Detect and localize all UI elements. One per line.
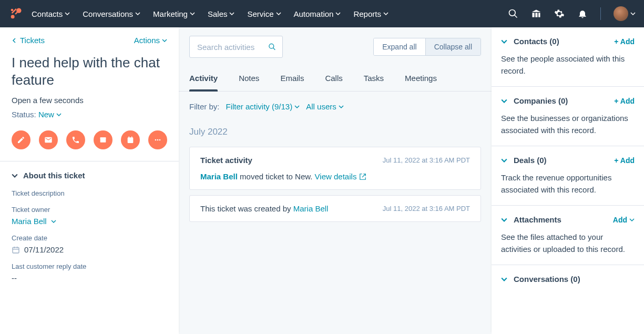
divider [600,7,601,20]
section-toggle[interactable]: Conversations (0) [501,275,580,284]
search-icon [268,42,276,52]
section-header: Conversations (0) [501,275,635,284]
status-dropdown[interactable]: New [38,110,62,119]
nav-conversations[interactable]: Conversations [83,9,140,18]
card-time: Jul 11, 2022 at 3:16 AM PDT [383,156,470,164]
main: Tickets Actions I need help with the cha… [0,27,644,334]
log-button[interactable] [94,130,113,149]
svg-rect-13 [129,136,129,138]
chevron-down-icon [51,219,56,224]
tab-meetings[interactable]: Meetings [405,68,437,91]
chevron-down-icon [629,217,635,222]
email-button[interactable] [39,130,58,149]
actions-button[interactable]: Actions [134,36,167,45]
field-create-date: Create date 07/11/2022 [12,234,167,254]
nav-label: Reports [353,9,381,18]
section-toggle[interactable]: Companies (0) [501,96,568,105]
svg-rect-8 [535,13,537,17]
call-button[interactable] [66,130,85,149]
section-body: See the people associated with this reco… [501,53,635,77]
user-link[interactable]: Maria Bell [200,172,238,181]
tab-calls[interactable]: Calls [325,68,342,91]
svg-rect-11 [100,137,106,139]
section-body: See the businesses or organizations asso… [501,113,635,136]
svg-rect-14 [131,136,132,138]
owner-dropdown[interactable]: Maria Bell [12,217,167,226]
card-top: Ticket activity Jul 11, 2022 at 3:16 AM … [200,156,470,165]
filter-activity-dropdown[interactable]: Filter activity (9/13) [226,102,300,111]
note-button[interactable] [12,130,30,149]
add-attachment-button[interactable]: Add [613,216,635,224]
svg-rect-18 [13,247,19,253]
bell-icon[interactable] [577,8,588,19]
filter-label: Filter by: [189,102,220,111]
tab-notes[interactable]: Notes [239,68,259,91]
search-activities[interactable] [189,36,283,58]
field-owner: Ticket owner Maria Bell [12,206,167,226]
section-header: Attachments Add [501,215,635,224]
nav-service[interactable]: Service [247,9,281,18]
chevron-down-icon [501,98,507,104]
chevron-down-icon [65,11,70,16]
tab-activity[interactable]: Activity [189,68,218,91]
filter-users-text: All users [306,102,336,111]
chevron-down-icon [162,38,167,43]
marketplace-icon[interactable] [531,8,541,19]
status-line: Status: New [12,110,167,119]
owner-value: Maria Bell [12,217,47,226]
back-tickets-link[interactable]: Tickets [12,36,45,45]
section-toggle[interactable]: Attachments [501,215,561,224]
collapse-all-button[interactable]: Collapse all [425,38,481,55]
section-toggle[interactable]: Deals (0) [501,156,547,165]
chevron-down-icon [294,104,300,109]
add-contact-button[interactable]: + Add [614,37,635,46]
section-deals: Deals (0) + Add Track the revenue opport… [492,146,644,206]
chevron-down-icon [229,11,234,16]
nav-contacts[interactable]: Contacts [32,9,70,18]
expand-all-button[interactable]: Expand all [374,38,425,55]
ticket-title: I need help with the chat feature [12,54,167,88]
gear-icon[interactable] [554,8,565,19]
tab-tasks[interactable]: Tasks [364,68,384,91]
filter-users-dropdown[interactable]: All users [306,102,344,111]
status-value: New [38,110,54,119]
nav-automation[interactable]: Automation [294,9,341,18]
user-link[interactable]: Maria Bell [293,204,329,213]
chevron-down-icon [339,104,344,109]
card-body: Maria Bell moved ticket to New. View det… [200,172,470,181]
left-panel: Tickets Actions I need help with the cha… [0,27,179,334]
hubspot-logo[interactable] [8,6,23,21]
section-attachments: Attachments Add See the files attached t… [492,206,644,265]
search-input[interactable] [196,42,264,52]
more-button[interactable] [148,130,167,149]
add-company-button[interactable]: + Add [614,97,635,105]
nav-label: Marketing [153,9,188,18]
nav-label: Service [247,9,273,18]
about-ticket-title: About this ticket [23,171,85,180]
add-deal-button[interactable]: + Add [614,156,635,165]
status-label: Status: [12,110,36,119]
chevron-left-icon [12,38,17,43]
section-title: Deals (0) [514,156,547,165]
search-icon[interactable] [508,8,518,19]
nav-sales[interactable]: Sales [208,9,235,18]
tab-emails[interactable]: Emails [280,68,304,91]
left-top-row: Tickets Actions [12,36,167,45]
actions-label: Actions [134,36,160,45]
nav-marketing[interactable]: Marketing [153,9,195,18]
svg-line-23 [273,48,275,50]
section-title: Attachments [514,215,561,224]
view-details-link[interactable]: View details [315,172,366,181]
nav-reports[interactable]: Reports [353,9,389,18]
about-ticket-header[interactable]: About this ticket [0,161,179,189]
create-date-value[interactable]: 07/11/2022 [12,245,167,254]
top-nav: Contacts Conversations Marketing Sales S… [0,0,644,27]
quick-actions [0,119,179,161]
chevron-down-icon [56,112,62,117]
task-button[interactable] [121,130,140,149]
section-conversations: Conversations (0) [492,265,644,293]
expand-collapse-group: Expand all Collapse all [373,38,481,56]
account-menu[interactable] [614,6,636,21]
section-toggle[interactable]: Contacts (0) [501,37,559,46]
chevron-down-icon [630,11,636,16]
